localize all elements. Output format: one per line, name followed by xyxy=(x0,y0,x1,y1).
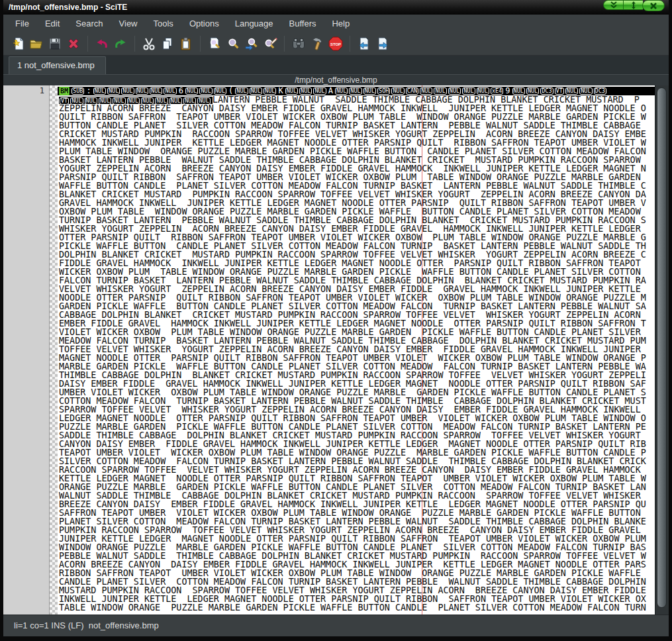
build-button[interactable] xyxy=(308,34,326,53)
editor-pane: 1 BMSUB:NULNULNULNULNULNUL6NULNULNUL(NUL… xyxy=(3,85,669,615)
new-file-button[interactable] xyxy=(9,34,27,53)
open-folder-icon xyxy=(29,36,44,51)
text-row: WALNUT SADDLE THIMBLE CABBAGE DOLPHIN BL… xyxy=(58,491,655,500)
find-in-document-button[interactable] xyxy=(205,34,224,53)
shade-button[interactable] xyxy=(603,0,623,10)
next-buffer-icon xyxy=(375,36,390,51)
find-in-document-icon xyxy=(207,36,222,51)
replace-icon xyxy=(263,36,277,51)
find-button[interactable] xyxy=(224,34,242,53)
previous-buffer-icon xyxy=(357,36,371,51)
text-row: UMBER VIOLET WICKER OXBOW PLUM TABLE WIN… xyxy=(58,388,655,397)
text-row: RIBBON SAFFRON TEAPOT UMBER VIOLET WICKE… xyxy=(58,569,655,577)
undo-button[interactable] xyxy=(93,34,111,53)
text-row: LEDGER MAGNET NOODLE OTTER PARSNIP QUILT… xyxy=(58,414,655,422)
text-row: BREEZE CANYON DAISY EMBER FIDDLE GRAVEL … xyxy=(58,500,655,509)
tool-bar: STOP xyxy=(3,32,669,56)
open-file-button[interactable] xyxy=(27,34,46,53)
text-row: CANYON DAISY EMBER FIDDLE GRAVEL HAMMOCK… xyxy=(58,440,655,448)
text-row: QUILT RIBBON SAFFRON TEAPOT UMBER VIOLET… xyxy=(58,113,655,121)
text-row: HAMMOCK INKWELL JUNIPER KETTLE LEDGER MA… xyxy=(58,138,655,147)
menu-buffers[interactable]: Buffers xyxy=(281,17,324,30)
text-row: MAGNET NOODLE OTTER PARSNIP QUILT RIBBON… xyxy=(58,354,655,362)
text-row: RACCOON SPARROW TOFFEE VELVET WHISKER YO… xyxy=(58,466,655,474)
next-buffer-button[interactable] xyxy=(373,34,392,53)
resize-vertical-icon xyxy=(630,1,638,9)
redo-button[interactable] xyxy=(111,34,130,53)
magnifier-icon xyxy=(226,36,240,51)
stop-sign-icon: STOP xyxy=(328,36,344,52)
text-row: PICKLE WAFFLE BUTTON CANDLE PLANET SILVE… xyxy=(58,242,655,250)
text-row: WICKER OXBOW PLUM TABLE WINDOW ORANGE PU… xyxy=(58,268,655,276)
save-file-button[interactable] xyxy=(46,34,64,53)
find-next-button[interactable] xyxy=(242,34,261,53)
text-row: EMBER FIDDLE GRAVEL HAMMOCK INKWELL JUNI… xyxy=(58,319,655,328)
toolbar-separator xyxy=(350,36,350,52)
text-row: WAFFLE BUTTON CANDLE PLANET SILVER COTTO… xyxy=(58,181,655,190)
text-row: DAISY EMBER FIDDLE GRAVEL HAMMOCK INKWEL… xyxy=(58,379,655,388)
menu-view[interactable]: View xyxy=(111,17,146,30)
text-row: TOFFEE VELVET WHISKER YOGURT ZEPPELIN AC… xyxy=(58,345,655,354)
replace-button[interactable] xyxy=(261,34,279,53)
text-area[interactable]: BMSUB:NULNULNULNULNULNUL6NULNULNUL(NULNU… xyxy=(58,85,655,615)
window-title: /tmp/not_offensive.bmp - SciTE xyxy=(3,3,127,12)
close-button[interactable] xyxy=(642,0,665,11)
paste-clipboard-icon xyxy=(179,36,193,51)
text-row: FALCON TURNIP BASKET LANTERN PEBBLE WALN… xyxy=(58,276,655,285)
menu-options[interactable]: Options xyxy=(181,17,227,30)
text-row: PUMPKIN RACCOON SPARROW TOFFEE VELVET WH… xyxy=(58,526,655,534)
redo-icon xyxy=(113,36,128,51)
text-row: CABBAGE DOLPHIN BLANKET CRICKET MUSTARD … xyxy=(58,311,655,319)
vertical-scrollbar[interactable] xyxy=(655,85,669,615)
text-row: TEAPOT UMBER VIOLET WICKER OXBOW PLUM TA… xyxy=(58,448,655,457)
menu-language[interactable]: Language xyxy=(227,17,281,30)
save-floppy-icon xyxy=(48,36,62,51)
toolbar-separator xyxy=(284,36,285,52)
menu-help[interactable]: Help xyxy=(324,17,358,30)
text-row: PLANET SILVER COTTON MEADOW FALCON TURNI… xyxy=(58,517,655,526)
maximize-button[interactable] xyxy=(623,0,643,10)
text-row: BASKET LANTERN PEBBLE WALNUT SADDLE THIM… xyxy=(58,156,655,164)
line-number-margin: 1 xyxy=(3,85,50,615)
text-row: MARBLE GARDEN PICKLE WAFFLE BUTTON CANDL… xyxy=(58,362,655,371)
text-row: TABLE WINDOW ORANGE PUZZLE MARBLE GARDEN… xyxy=(58,603,655,612)
text-row: THIMBLE CABBAGE DOLPHIN BLANKET CRICKET … xyxy=(58,371,655,379)
paste-button[interactable] xyxy=(177,34,195,53)
copy-icon xyxy=(160,36,175,51)
text-row: SAFFRON TEAPOT UMBER VIOLET WICKER OXBOW… xyxy=(58,509,655,517)
text-row: WINDOW ORANGE PUZZLE MARBLE GARDEN PICKL… xyxy=(58,543,655,552)
text-row: NOODLE OTTER PARSNIP QUILT RIBBON SAFFRO… xyxy=(58,293,655,302)
binoculars-icon xyxy=(291,36,306,51)
text-row: CRICKET MUSTARD PUMPKIN RACCOON SPARROW … xyxy=(58,130,655,138)
menu-edit[interactable]: Edit xyxy=(37,17,68,30)
title-bar[interactable]: /tmp/not_offensive.bmp - SciTE xyxy=(3,0,669,15)
text-row: SPARROW TOFFEE VELVET WHISKER YOGURT ZEP… xyxy=(58,405,655,414)
cut-button[interactable] xyxy=(140,34,158,53)
text-row: PLUM TABLE WINDOW ORANGE PUZZLE MARBLE G… xyxy=(58,147,655,156)
menu-tools[interactable]: Tools xyxy=(146,17,181,30)
toolbar-separator xyxy=(134,36,135,52)
bmp-header-row-2: VTNULNULNULNULNULNULNULNULNULNULLANTERN … xyxy=(58,95,655,104)
find-in-files-button[interactable] xyxy=(289,34,308,53)
text-row: GRAVEL HAMMOCK INKWELL JUNIPER KETTLE LE… xyxy=(58,199,655,207)
text-row: KETTLE LEDGER MAGNET NOODLE OTTER PARSNI… xyxy=(58,474,655,483)
tab-not-offensive-bmp[interactable]: 1 not_offensive.bmp xyxy=(9,56,106,74)
file-path-header: /tmp/not_offensive.bmp xyxy=(3,74,669,85)
menu-search[interactable]: Search xyxy=(68,17,111,30)
text-row: TURNIP BASKET LANTERN PEBBLE WALNUT SADD… xyxy=(58,216,655,224)
scrollbar-thumb[interactable] xyxy=(657,87,667,608)
menu-file[interactable]: File xyxy=(7,17,37,30)
line-number: 1 xyxy=(3,85,49,95)
toolbar-separator xyxy=(200,36,201,52)
new-file-icon xyxy=(11,36,25,51)
text-row: OXBOW PLUM TABLE WINDOW ORANGE PUZZLE MA… xyxy=(58,207,655,216)
selection-margin xyxy=(50,85,58,615)
text-row: CANDLE PLANET SILVER COTTON MEADOW FALCO… xyxy=(58,577,655,586)
previous-buffer-button[interactable] xyxy=(355,34,373,53)
copy-button[interactable] xyxy=(158,34,177,53)
cut-scissors-icon xyxy=(142,36,156,51)
stop-executing-button[interactable]: STOP xyxy=(326,34,345,53)
text-row: INKWELL JUNIPER KETTLE LEDGER MAGNET NOO… xyxy=(58,595,655,603)
window-controls xyxy=(603,0,665,11)
close-file-button[interactable] xyxy=(64,34,83,53)
